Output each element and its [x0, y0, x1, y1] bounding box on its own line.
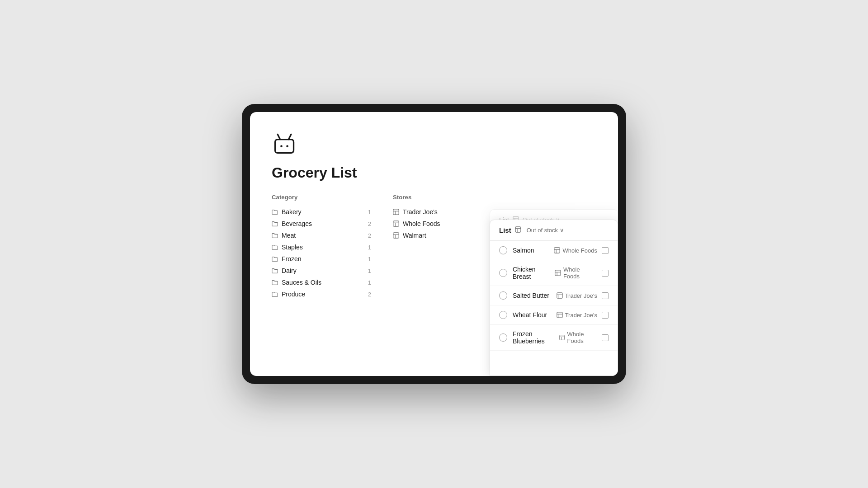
stores-column: Stores Trader Joe's Whole Foods [393, 194, 456, 300]
store-tag-name: Trader Joe's [565, 292, 597, 299]
stores-column-header: Stores [393, 194, 456, 201]
item-name: Wheat Flour [513, 311, 547, 319]
item-name: Frozen Blueberries [513, 330, 559, 345]
device-frame: Grocery List Category Bakery 1 [242, 104, 626, 384]
page-title: Grocery List [272, 164, 596, 181]
svg-rect-6 [393, 221, 399, 226]
list-item-right: Trader Joe's [557, 312, 609, 319]
category-name: Beverages [282, 220, 312, 227]
category-count: 1 [368, 244, 371, 251]
store-name: Walmart [403, 232, 426, 239]
svg-point-2 [286, 145, 288, 147]
category-column: Category Bakery 1 Beverages 2 [272, 194, 371, 300]
svg-rect-15 [515, 227, 521, 232]
category-item-left: Produce [272, 291, 305, 298]
store-tag-icon [554, 247, 560, 253]
item-checkbox[interactable] [499, 291, 507, 300]
item-checkbox[interactable] [499, 269, 507, 277]
category-item-left: Beverages [272, 220, 312, 227]
out-of-stock-filter[interactable]: Out of stock ∨ [527, 227, 564, 234]
item-select-checkbox[interactable] [602, 312, 609, 319]
store-tag-name: Trader Joe's [565, 312, 597, 319]
item-checkbox[interactable] [499, 311, 507, 319]
list-item-left: Chicken Breast [499, 266, 555, 280]
category-count: 2 [368, 291, 371, 298]
folder-icon [272, 209, 278, 215]
store-tag: Trader Joe's [557, 292, 597, 299]
list-item: Frozen Blueberries Whole Foods [490, 325, 618, 351]
list-item-left: Salmon [499, 246, 534, 254]
store-item[interactable]: Trader Joe's [393, 206, 456, 218]
item-select-checkbox[interactable] [602, 270, 609, 277]
store-tag-name: Whole Foods [563, 266, 597, 280]
stores-list: Trader Joe's Whole Foods Walmart [393, 206, 456, 241]
item-select-checkbox[interactable] [602, 247, 609, 254]
category-count: 1 [368, 267, 371, 274]
list-item-left: Salted Butter [499, 291, 549, 300]
category-count: 2 [368, 221, 371, 227]
category-item-left: Meat [272, 232, 296, 239]
category-count: 1 [368, 256, 371, 263]
list-item-right: Whole Foods [559, 331, 609, 344]
store-icon [393, 232, 399, 239]
app-content: Grocery List Category Bakery 1 [250, 112, 618, 376]
list-item: Salmon Whole Foods [490, 241, 618, 260]
item-select-checkbox[interactable] [602, 292, 609, 299]
out-of-stock-label: Out of stock [527, 227, 558, 234]
svg-rect-18 [554, 248, 560, 253]
list-panel: List Out of stock ∨ [490, 220, 618, 376]
category-name: Meat [282, 232, 296, 239]
list-label: List [499, 226, 511, 234]
category-item-left: Frozen [272, 255, 302, 263]
folder-icon [272, 256, 278, 262]
item-name: Chicken Breast [513, 266, 555, 280]
store-tag-icon [555, 270, 561, 276]
category-list: Bakery 1 Beverages 2 Meat 2 [272, 206, 371, 300]
category-item[interactable]: Frozen 1 [272, 253, 371, 265]
store-tag-name: Whole Foods [562, 247, 597, 254]
category-item[interactable]: Staples 1 [272, 241, 371, 253]
list-panel-header: List Out of stock ∨ [490, 220, 618, 241]
list-item: Chicken Breast Whole Foods [490, 260, 618, 286]
category-item[interactable]: Produce 2 [272, 288, 371, 300]
list-item: Wheat Flour Trader Joe's [490, 305, 618, 325]
store-item[interactable]: Walmart [393, 230, 456, 241]
store-tag-icon [557, 292, 563, 299]
list-item-left: Wheat Flour [499, 311, 547, 319]
category-name: Dairy [282, 267, 297, 274]
category-name: Produce [282, 291, 305, 298]
store-item[interactable]: Whole Foods [393, 218, 456, 230]
store-tag-name: Whole Foods [567, 331, 597, 344]
item-checkbox[interactable] [499, 246, 507, 254]
item-checkbox[interactable] [499, 333, 507, 342]
store-icon [393, 221, 399, 227]
category-item-left: Bakery [272, 208, 302, 216]
svg-rect-9 [393, 233, 399, 238]
item-name: Salted Butter [513, 292, 549, 299]
category-item[interactable]: Beverages 2 [272, 218, 371, 230]
category-count: 1 [368, 279, 371, 286]
category-item[interactable]: Dairy 1 [272, 265, 371, 277]
category-column-header: Category [272, 194, 371, 201]
item-name: Salmon [513, 247, 534, 254]
list-item-right: Whole Foods [555, 266, 609, 280]
svg-rect-24 [557, 293, 562, 298]
folder-icon [272, 232, 278, 239]
category-item[interactable]: Sauces & Oils 1 [272, 277, 371, 288]
folder-icon [272, 291, 278, 297]
folder-icon [272, 221, 278, 227]
list-item-left: Frozen Blueberries [499, 330, 559, 345]
store-tag: Whole Foods [555, 266, 597, 280]
item-select-checkbox[interactable] [602, 334, 609, 341]
category-item[interactable]: Meat 2 [272, 230, 371, 241]
category-item[interactable]: Bakery 1 [272, 206, 371, 218]
folder-icon [272, 279, 278, 286]
basket-icon [272, 130, 596, 164]
category-item-left: Sauces & Oils [272, 279, 321, 286]
category-name: Bakery [282, 208, 302, 216]
category-count: 1 [368, 209, 371, 216]
svg-point-1 [280, 145, 283, 147]
svg-rect-27 [557, 312, 562, 318]
store-tag: Whole Foods [554, 247, 597, 254]
store-icon [393, 209, 399, 215]
